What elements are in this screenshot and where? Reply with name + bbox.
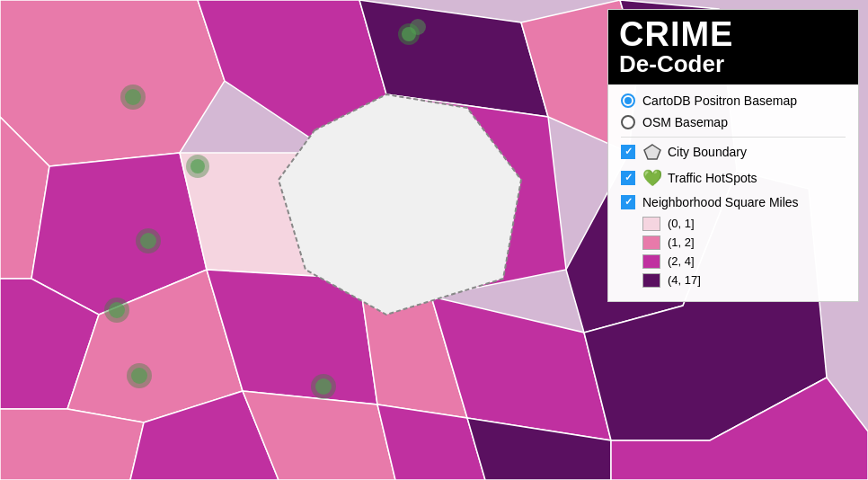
range-label-2-4: (2, 4] (668, 254, 695, 268)
layer-city-boundary-label: City Boundary (668, 145, 747, 159)
city-boundary-icon (642, 143, 662, 161)
legend-content: CartoDB Positron Basemap OSM Basemap Cit… (608, 84, 858, 301)
swatch-2-4 (642, 254, 660, 269)
swatch-0-1 (642, 217, 660, 231)
checkbox-traffic-hotspots[interactable] (621, 171, 635, 185)
layer-traffic-hotspots[interactable]: 💚 Traffic HotSpots (621, 168, 846, 188)
svg-point-27 (125, 89, 141, 105)
checkbox-neighborhood[interactable] (621, 195, 635, 209)
svg-point-31 (140, 233, 156, 249)
svg-point-25 (410, 19, 426, 35)
range-label-1-2: (1, 2] (668, 236, 695, 249)
legend-range-0-1: (0, 1] (642, 217, 846, 231)
swatch-4-17 (642, 273, 660, 288)
layer-neighborhood[interactable]: Neighborhood Square Miles (621, 195, 846, 209)
svg-point-35 (131, 368, 147, 384)
svg-point-29 (190, 159, 205, 173)
basemap-osm[interactable]: OSM Basemap (621, 115, 846, 129)
app-title-decoder: De-Coder (619, 51, 847, 77)
basemap-osm-label: OSM Basemap (642, 115, 728, 129)
svg-marker-16 (0, 409, 144, 480)
checkbox-city-boundary[interactable] (621, 145, 635, 159)
traffic-hotspots-icon: 💚 (642, 168, 662, 188)
legend-range-1-2: (1, 2] (642, 236, 846, 250)
legend-range-4-17: (4, 17] (642, 273, 846, 288)
radio-cartodb[interactable] (621, 93, 635, 108)
svg-marker-38 (644, 145, 660, 159)
range-label-4-17: (4, 17] (668, 273, 701, 287)
layer-traffic-hotspots-label: Traffic HotSpots (668, 171, 757, 185)
basemap-cartodb-label: CartoDB Positron Basemap (642, 93, 797, 108)
app-title-crime: CRIME (619, 17, 847, 51)
swatch-1-2 (642, 236, 660, 250)
legend-divider-1 (621, 137, 846, 138)
legend-range-2-4: (2, 4] (642, 254, 846, 269)
layer-neighborhood-label: Neighborhood Square Miles (642, 195, 799, 209)
basemap-cartodb[interactable]: CartoDB Positron Basemap (621, 93, 846, 108)
legend-title: CRIME De-Coder (608, 10, 858, 84)
radio-osm[interactable] (621, 115, 635, 129)
svg-point-37 (315, 378, 332, 395)
legend-panel: CRIME De-Coder CartoDB Positron Basemap … (607, 9, 859, 302)
layer-city-boundary[interactable]: City Boundary (621, 143, 846, 161)
svg-point-33 (109, 302, 125, 318)
range-label-0-1: (0, 1] (668, 217, 695, 230)
